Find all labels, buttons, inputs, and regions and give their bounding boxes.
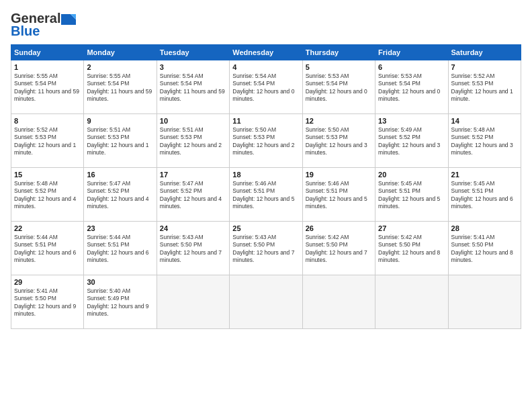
day-number: 28: [451, 224, 518, 232]
calendar-cell: 2Sunrise: 5:55 AM Sunset: 5:54 PM Daylig…: [84, 60, 157, 114]
day-info: Sunrise: 5:45 AM Sunset: 5:51 PM Dayligh…: [451, 180, 518, 211]
day-number: 13: [378, 117, 445, 125]
day-info: Sunrise: 5:55 AM Sunset: 5:54 PM Dayligh…: [87, 73, 153, 103]
day-number: 18: [232, 171, 299, 179]
day-info: Sunrise: 5:42 AM Sunset: 5:50 PM Dayligh…: [378, 234, 445, 265]
day-number: 2: [87, 63, 153, 71]
weekday-header-thursday: Thursday: [302, 45, 375, 60]
day-number: 27: [378, 224, 445, 232]
weekday-header-row: SundayMondayTuesdayWednesdayThursdayFrid…: [11, 45, 521, 60]
day-info: Sunrise: 5:47 AM Sunset: 5:52 PM Dayligh…: [87, 180, 153, 211]
day-info: Sunrise: 5:44 AM Sunset: 5:51 PM Dayligh…: [87, 234, 153, 265]
calendar-cell: [230, 275, 302, 329]
day-info: Sunrise: 5:51 AM Sunset: 5:53 PM Dayligh…: [160, 126, 226, 157]
day-number: 1: [14, 63, 81, 71]
calendar-cell: 22Sunrise: 5:44 AM Sunset: 5:51 PM Dayli…: [11, 222, 84, 275]
calendar-cell: 19Sunrise: 5:46 AM Sunset: 5:51 PM Dayli…: [302, 168, 375, 222]
day-info: Sunrise: 5:53 AM Sunset: 5:54 PM Dayligh…: [378, 73, 445, 103]
calendar-cell: [448, 275, 521, 329]
calendar-cell: 4Sunrise: 5:54 AM Sunset: 5:54 PM Daylig…: [230, 60, 302, 114]
day-info: Sunrise: 5:48 AM Sunset: 5:52 PM Dayligh…: [14, 180, 81, 211]
day-number: 25: [232, 224, 299, 232]
calendar-cell: 9Sunrise: 5:51 AM Sunset: 5:53 PM Daylig…: [84, 114, 157, 168]
calendar-cell: 23Sunrise: 5:44 AM Sunset: 5:51 PM Dayli…: [84, 222, 157, 275]
day-number: 20: [378, 171, 445, 179]
calendar-cell: 14Sunrise: 5:48 AM Sunset: 5:52 PM Dayli…: [448, 114, 521, 168]
calendar-cell: 21Sunrise: 5:45 AM Sunset: 5:51 PM Dayli…: [448, 168, 521, 222]
day-info: Sunrise: 5:49 AM Sunset: 5:52 PM Dayligh…: [378, 126, 445, 157]
day-info: Sunrise: 5:40 AM Sunset: 5:49 PM Dayligh…: [87, 287, 153, 318]
calendar-cell: 1Sunrise: 5:55 AM Sunset: 5:54 PM Daylig…: [11, 60, 84, 114]
calendar-cell: 8Sunrise: 5:52 AM Sunset: 5:53 PM Daylig…: [11, 114, 84, 168]
day-info: Sunrise: 5:43 AM Sunset: 5:50 PM Dayligh…: [160, 234, 226, 265]
day-info: Sunrise: 5:54 AM Sunset: 5:54 PM Dayligh…: [160, 73, 226, 103]
day-number: 12: [306, 117, 372, 125]
day-number: 3: [160, 63, 226, 71]
day-info: Sunrise: 5:55 AM Sunset: 5:54 PM Dayligh…: [14, 73, 81, 103]
calendar-cell: 11Sunrise: 5:50 AM Sunset: 5:53 PM Dayli…: [230, 114, 302, 168]
day-number: 29: [14, 278, 81, 286]
day-number: 6: [378, 63, 445, 71]
calendar-cell: 16Sunrise: 5:47 AM Sunset: 5:52 PM Dayli…: [84, 168, 157, 222]
day-info: Sunrise: 5:41 AM Sunset: 5:50 PM Dayligh…: [451, 234, 518, 265]
day-number: 10: [160, 117, 226, 125]
calendar-cell: 5Sunrise: 5:53 AM Sunset: 5:54 PM Daylig…: [302, 60, 375, 114]
calendar-cell: 27Sunrise: 5:42 AM Sunset: 5:50 PM Dayli…: [375, 222, 448, 275]
calendar-cell: 15Sunrise: 5:48 AM Sunset: 5:52 PM Dayli…: [11, 168, 84, 222]
calendar-cell: 28Sunrise: 5:41 AM Sunset: 5:50 PM Dayli…: [448, 222, 521, 275]
weekday-header-wednesday: Wednesday: [230, 45, 302, 60]
day-number: 17: [160, 171, 226, 179]
day-info: Sunrise: 5:52 AM Sunset: 5:53 PM Dayligh…: [451, 73, 518, 103]
calendar-cell: 18Sunrise: 5:46 AM Sunset: 5:51 PM Dayli…: [230, 168, 302, 222]
day-number: 24: [160, 224, 226, 232]
calendar-cell: 6Sunrise: 5:53 AM Sunset: 5:54 PM Daylig…: [375, 60, 448, 114]
calendar-table: SundayMondayTuesdayWednesdayThursdayFrid…: [11, 44, 521, 329]
week-row-3: 15Sunrise: 5:48 AM Sunset: 5:52 PM Dayli…: [11, 168, 521, 222]
day-number: 7: [451, 63, 518, 71]
header: General Blue: [11, 11, 521, 39]
calendar-cell: 29Sunrise: 5:41 AM Sunset: 5:50 PM Dayli…: [11, 275, 84, 329]
day-info: Sunrise: 5:52 AM Sunset: 5:53 PM Dayligh…: [14, 126, 81, 157]
day-info: Sunrise: 5:46 AM Sunset: 5:51 PM Dayligh…: [306, 180, 372, 211]
calendar-cell: [157, 275, 229, 329]
week-row-1: 1Sunrise: 5:55 AM Sunset: 5:54 PM Daylig…: [11, 60, 521, 114]
day-info: Sunrise: 5:44 AM Sunset: 5:51 PM Dayligh…: [14, 234, 81, 265]
day-number: 26: [306, 224, 372, 232]
calendar-cell: 30Sunrise: 5:40 AM Sunset: 5:49 PM Dayli…: [84, 275, 157, 329]
day-number: 15: [14, 171, 81, 179]
day-info: Sunrise: 5:43 AM Sunset: 5:50 PM Dayligh…: [232, 234, 299, 265]
logo-icon: [61, 14, 76, 25]
day-number: 19: [306, 171, 372, 179]
day-number: 4: [232, 63, 299, 71]
weekday-header-friday: Friday: [375, 45, 448, 60]
page: General Blue SundayMondayTuesdayWednesda…: [0, 0, 532, 411]
week-row-5: 29Sunrise: 5:41 AM Sunset: 5:50 PM Dayli…: [11, 275, 521, 329]
week-row-2: 8Sunrise: 5:52 AM Sunset: 5:53 PM Daylig…: [11, 114, 521, 168]
calendar-cell: [302, 275, 375, 329]
day-info: Sunrise: 5:50 AM Sunset: 5:53 PM Dayligh…: [306, 126, 372, 157]
calendar-cell: 13Sunrise: 5:49 AM Sunset: 5:52 PM Dayli…: [375, 114, 448, 168]
day-number: 30: [87, 278, 153, 286]
day-number: 8: [14, 117, 81, 125]
calendar-cell: 24Sunrise: 5:43 AM Sunset: 5:50 PM Dayli…: [157, 222, 229, 275]
logo: General Blue: [11, 11, 76, 39]
day-info: Sunrise: 5:50 AM Sunset: 5:53 PM Dayligh…: [232, 126, 299, 157]
calendar-cell: 10Sunrise: 5:51 AM Sunset: 5:53 PM Dayli…: [157, 114, 229, 168]
calendar-cell: 3Sunrise: 5:54 AM Sunset: 5:54 PM Daylig…: [157, 60, 229, 114]
day-info: Sunrise: 5:47 AM Sunset: 5:52 PM Dayligh…: [160, 180, 226, 211]
weekday-header-sunday: Sunday: [11, 45, 84, 60]
day-info: Sunrise: 5:54 AM Sunset: 5:54 PM Dayligh…: [232, 73, 299, 103]
calendar-cell: 17Sunrise: 5:47 AM Sunset: 5:52 PM Dayli…: [157, 168, 229, 222]
day-number: 5: [306, 63, 372, 71]
calendar-cell: 20Sunrise: 5:45 AM Sunset: 5:51 PM Dayli…: [375, 168, 448, 222]
day-info: Sunrise: 5:42 AM Sunset: 5:50 PM Dayligh…: [306, 234, 372, 265]
weekday-header-saturday: Saturday: [448, 45, 521, 60]
calendar-cell: 25Sunrise: 5:43 AM Sunset: 5:50 PM Dayli…: [230, 222, 302, 275]
calendar-cell: [375, 275, 448, 329]
calendar-cell: 7Sunrise: 5:52 AM Sunset: 5:53 PM Daylig…: [448, 60, 521, 114]
day-number: 22: [14, 224, 81, 232]
day-info: Sunrise: 5:45 AM Sunset: 5:51 PM Dayligh…: [378, 180, 445, 211]
day-number: 16: [87, 171, 153, 179]
calendar-cell: 26Sunrise: 5:42 AM Sunset: 5:50 PM Dayli…: [302, 222, 375, 275]
weekday-header-monday: Monday: [84, 45, 157, 60]
